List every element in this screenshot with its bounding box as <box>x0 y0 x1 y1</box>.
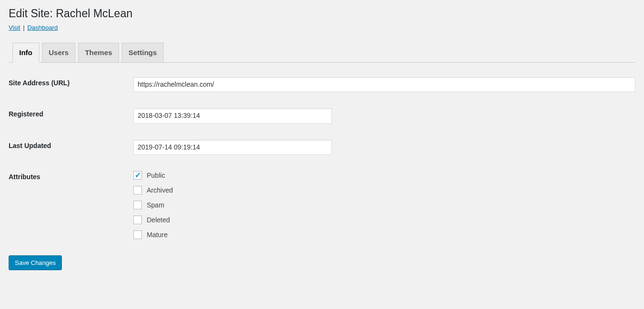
attribute-mature-label: Mature <box>147 231 168 239</box>
site-form: Site Address (URL) Registered Last Updat… <box>9 75 635 254</box>
tab-info[interactable]: Info <box>12 43 39 63</box>
registered-input[interactable] <box>133 108 332 124</box>
last-updated-input[interactable] <box>133 140 332 155</box>
attribute-spam: Spam <box>133 201 635 209</box>
site-address-input[interactable] <box>133 77 635 92</box>
link-separator: | <box>23 24 24 31</box>
last-updated-label: Last Updated <box>9 138 133 170</box>
tab-users[interactable]: Users <box>42 43 76 63</box>
checkbox-mature[interactable] <box>133 230 142 239</box>
visit-link[interactable]: Visit <box>9 24 20 31</box>
tab-settings[interactable]: Settings <box>122 43 164 63</box>
sublinks: Visit | Dashboard <box>9 24 635 31</box>
attribute-archived-label: Archived <box>147 186 173 194</box>
dashboard-link[interactable]: Dashboard <box>27 24 58 31</box>
attributes-label: Attributes <box>9 169 133 253</box>
attribute-public: Public <box>133 171 635 180</box>
checkbox-public[interactable] <box>133 171 142 180</box>
checkbox-archived[interactable] <box>133 186 142 195</box>
checkbox-deleted[interactable] <box>133 216 142 224</box>
site-address-label: Site Address (URL) <box>9 75 133 107</box>
attribute-mature: Mature <box>133 230 635 239</box>
attribute-public-label: Public <box>147 172 165 179</box>
checkbox-spam[interactable] <box>133 201 142 209</box>
attribute-deleted-label: Deleted <box>147 216 170 224</box>
registered-label: Registered <box>9 106 133 138</box>
attribute-archived: Archived <box>133 186 635 195</box>
tab-row: Info Users Themes Settings <box>9 43 635 63</box>
attribute-spam-label: Spam <box>147 201 164 209</box>
tab-themes[interactable]: Themes <box>78 43 119 63</box>
save-button[interactable]: Save Changes <box>9 255 62 270</box>
attribute-deleted: Deleted <box>133 216 635 224</box>
attributes-list: Public Archived Spam Deleted Mature <box>133 171 635 239</box>
page-title: Edit Site: Rachel McLean <box>9 7 635 20</box>
